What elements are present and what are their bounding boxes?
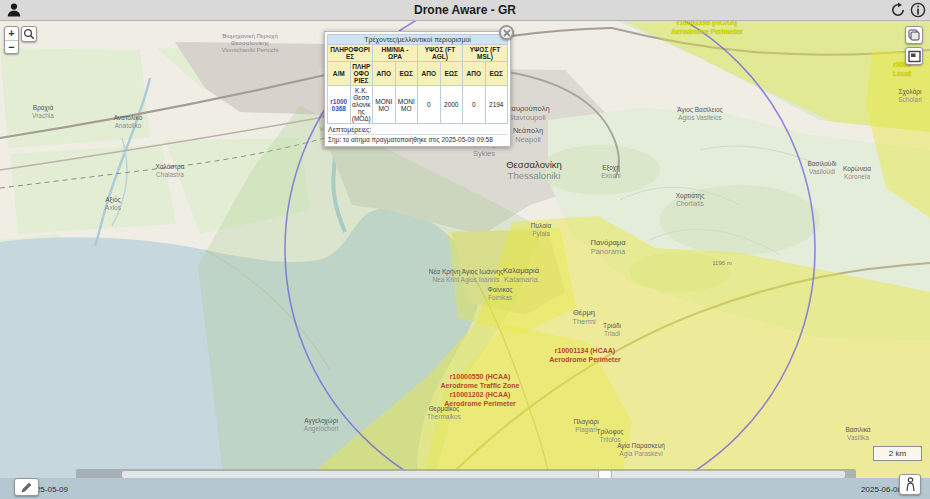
- scale-bar: 2 km: [873, 446, 922, 461]
- layers-button[interactable]: [905, 26, 923, 44]
- popup-title: Τρέχοντες/μελλοντικοί περιορισμοί: [328, 35, 508, 45]
- zoom-control: + −: [4, 26, 19, 54]
- col-msl-to: ΕΩΣ: [485, 62, 508, 86]
- restriction-msl-to: 2194: [485, 86, 508, 124]
- col-am: Α/Μ: [328, 62, 351, 86]
- col-group-datetime: ΗΜ/ΝΙΑ - ΩΡΑ: [373, 45, 418, 62]
- col-group-info: ΠΛΗΡΟΦΟΡΙΕΣ: [328, 45, 373, 62]
- refresh-icon[interactable]: [890, 2, 906, 18]
- col-date-to: ΕΩΣ: [395, 62, 418, 86]
- pencil-icon: [20, 481, 33, 494]
- restriction-row: r10000368 Κ.Κ. Θεσσαλονίκης (ΜΟΔ) ΜΟΝΙΜΟ…: [328, 86, 508, 124]
- restrictions-table: Τρέχοντες/μελλοντικοί περιορισμοί ΠΛΗΡΟΦ…: [327, 34, 508, 124]
- restriction-date-to: ΜΟΝΙΜΟ: [395, 86, 418, 124]
- col-msl-from: ΑΠΟ: [463, 62, 486, 86]
- details-label: Λεπτομέρειες:: [328, 126, 507, 133]
- overview-map-button[interactable]: [905, 47, 923, 65]
- street-view-person-icon: [904, 477, 917, 492]
- edit-button[interactable]: [14, 478, 39, 496]
- col-group-msl: ΥΨΟΣ (FT MSL): [463, 45, 508, 62]
- col-date-from: ΑΠΟ: [373, 62, 396, 86]
- restriction-date-from: ΜΟΝΙΜΟ: [373, 86, 396, 124]
- close-icon[interactable]: [499, 25, 514, 40]
- restriction-agl-to: 2000: [440, 86, 463, 124]
- col-agl-to: ΕΩΣ: [440, 62, 463, 86]
- magnifier-icon: [23, 28, 35, 40]
- bottom-bar: [0, 478, 930, 499]
- col-group-agl: ΥΨΟΣ (FT AGL): [418, 45, 463, 62]
- app-title: Drone Aware - GR: [0, 0, 930, 20]
- col-info: ΠΛΗΡΟΦΟΡΙΕΣ: [350, 62, 373, 86]
- titlebar: Drone Aware - GR: [0, 0, 930, 21]
- restriction-agl-from: 0: [418, 86, 441, 124]
- zoom-out-button[interactable]: −: [5, 41, 18, 54]
- restriction-info: Κ.Κ. Θεσσαλονίκης (ΜΟΔ): [350, 86, 373, 124]
- zoom-in-button[interactable]: +: [5, 27, 18, 40]
- overview-map-icon: [908, 50, 921, 63]
- magnifier-button[interactable]: [21, 26, 37, 42]
- timeline-end-date: 2025-06-08: [861, 485, 902, 494]
- col-agl-from: ΑΠΟ: [418, 62, 441, 86]
- layers-icon: [908, 29, 921, 42]
- restrictions-popup: Τρέχοντες/μελλοντικοί περιορισμοί ΠΛΗΡΟΦ…: [324, 31, 511, 147]
- popup-note: Σημ: το αίτημα πραγματοποιήθηκε στις 202…: [328, 134, 507, 143]
- restriction-msl-from: 0: [463, 86, 486, 124]
- info-icon[interactable]: [910, 2, 926, 18]
- restriction-id-link[interactable]: r10000368: [328, 86, 351, 124]
- timeline-range: [122, 471, 845, 478]
- locate-person-button[interactable]: [899, 474, 921, 495]
